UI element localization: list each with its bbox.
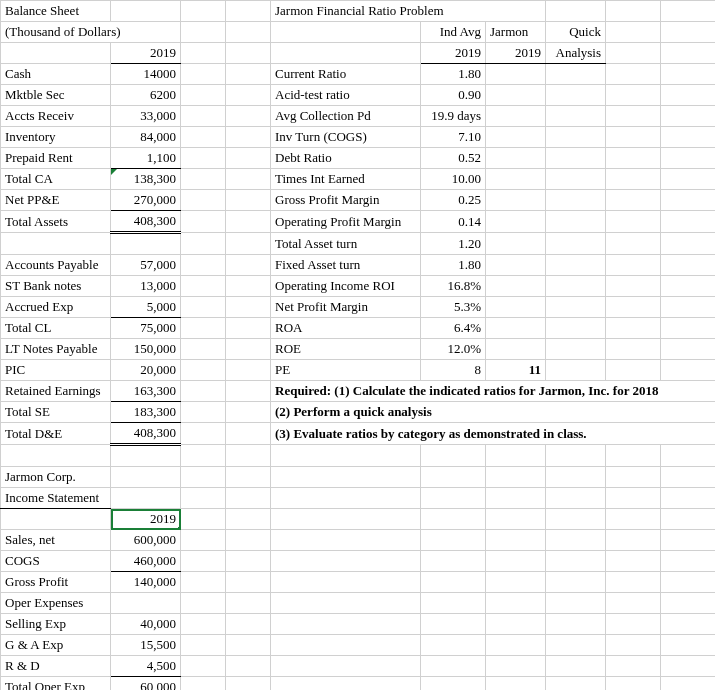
hdr-analysis: Analysis <box>546 43 606 64</box>
bs-year: 2019 <box>111 43 181 64</box>
row-val: 60,000 <box>111 677 181 691</box>
ratio-val: 1.80 <box>421 255 486 276</box>
req-2: (2) Perform a quick analysis <box>271 402 716 423</box>
ratio-label: Operating Profit Margin <box>271 211 421 233</box>
row-label: Total Oper Exp <box>1 677 111 691</box>
row-label: Total SE <box>1 402 111 423</box>
is-year-selected-cell[interactable]: 2019 <box>111 509 181 530</box>
ratio-jarmon-pe: 11 <box>486 360 546 381</box>
row-val: 4,500 <box>111 656 181 677</box>
spreadsheet-grid[interactable]: Balance Sheet Jarmon Financial Ratio Pro… <box>0 0 715 690</box>
ratio-label: Operating Income ROI <box>271 276 421 297</box>
is-corp: Jarmon Corp. <box>1 467 111 488</box>
row-label: Accounts Payable <box>1 255 111 276</box>
ratio-label: Total Asset turn <box>271 233 421 255</box>
row-val: 600,000 <box>111 530 181 551</box>
row-label: Retained Earnings <box>1 381 111 402</box>
row-val: 14000 <box>111 64 181 85</box>
row-val: 270,000 <box>111 190 181 211</box>
ratio-label: Acid-test ratio <box>271 85 421 106</box>
row-label: PIC <box>1 360 111 381</box>
row-val: 138,300 <box>111 169 181 190</box>
ratio-val: 0.25 <box>421 190 486 211</box>
row-val: 140,000 <box>111 572 181 593</box>
row-label: Accts Receiv <box>1 106 111 127</box>
row-val: 163,300 <box>111 381 181 402</box>
ratio-label: Fixed Asset turn <box>271 255 421 276</box>
ratio-val: 7.10 <box>421 127 486 148</box>
ratio-label: Gross Profit Margin <box>271 190 421 211</box>
ratio-val: 5.3% <box>421 297 486 318</box>
row-label: COGS <box>1 551 111 572</box>
row-val: 13,000 <box>111 276 181 297</box>
ratio-label: Inv Turn (COGS) <box>271 127 421 148</box>
ratio-val: 1.80 <box>421 64 486 85</box>
ratio-label: Net Profit Margin <box>271 297 421 318</box>
ratio-val: 0.14 <box>421 211 486 233</box>
row-label: Mktble Sec <box>1 85 111 106</box>
ratio-val: 19.9 days <box>421 106 486 127</box>
row-val: 408,300 <box>111 211 181 233</box>
row-val: 20,000 <box>111 360 181 381</box>
row-label: Sales, net <box>1 530 111 551</box>
ratio-label: ROA <box>271 318 421 339</box>
req-1: Required: (1) Calculate the indicated ra… <box>271 381 716 402</box>
ratio-title: Jarmon Financial Ratio Problem <box>271 1 546 22</box>
row-label: Selling Exp <box>1 614 111 635</box>
is-title: Income Statement <box>1 488 111 509</box>
hdr-2019b: 2019 <box>486 43 546 64</box>
row-val: 84,000 <box>111 127 181 148</box>
row-label: Total CA <box>1 169 111 190</box>
row-val: 33,000 <box>111 106 181 127</box>
row-label: Total D&E <box>1 423 111 445</box>
ratio-val: 16.8% <box>421 276 486 297</box>
row-label: Gross Profit <box>1 572 111 593</box>
row-val: 408,300 <box>111 423 181 445</box>
ratio-val: 8 <box>421 360 486 381</box>
row-label: Total CL <box>1 318 111 339</box>
row-val: 1,100 <box>111 148 181 169</box>
row-label: Prepaid Rent <box>1 148 111 169</box>
row-val: 6200 <box>111 85 181 106</box>
ratio-label: PE <box>271 360 421 381</box>
ratio-val: 0.90 <box>421 85 486 106</box>
hdr-indavg: Ind Avg <box>421 22 486 43</box>
req-3: (3) Evaluate ratios by category as demon… <box>271 423 716 445</box>
row-label: Total Assets <box>1 211 111 233</box>
hdr-2019a: 2019 <box>421 43 486 64</box>
row-val: 15,500 <box>111 635 181 656</box>
row-val: 460,000 <box>111 551 181 572</box>
ratio-val: 12.0% <box>421 339 486 360</box>
row-val <box>111 593 181 614</box>
ratio-label: Avg Collection Pd <box>271 106 421 127</box>
row-label: Oper Expenses <box>1 593 111 614</box>
row-label: G & A Exp <box>1 635 111 656</box>
ratio-val: 0.52 <box>421 148 486 169</box>
hdr-quick: Quick <box>546 22 606 43</box>
ratio-label: ROE <box>271 339 421 360</box>
row-label: LT Notes Payable <box>1 339 111 360</box>
ratio-val: 10.00 <box>421 169 486 190</box>
ratio-label: Times Int Earned <box>271 169 421 190</box>
row-label: R & D <box>1 656 111 677</box>
row-label: ST Bank notes <box>1 276 111 297</box>
bs-title: Balance Sheet <box>1 1 111 22</box>
row-val: 75,000 <box>111 318 181 339</box>
row-label: Inventory <box>1 127 111 148</box>
ratio-label: Current Ratio <box>271 64 421 85</box>
ratio-label: Debt Ratio <box>271 148 421 169</box>
bs-subtitle: (Thousand of Dollars) <box>1 22 181 43</box>
hdr-jarmon: Jarmon <box>486 22 546 43</box>
row-val: 40,000 <box>111 614 181 635</box>
row-val: 150,000 <box>111 339 181 360</box>
row-val: 183,300 <box>111 402 181 423</box>
row-label: Net PP&E <box>1 190 111 211</box>
ratio-val: 1.20 <box>421 233 486 255</box>
row-val: 57,000 <box>111 255 181 276</box>
row-val: 5,000 <box>111 297 181 318</box>
row-label: Cash <box>1 64 111 85</box>
ratio-val: 6.4% <box>421 318 486 339</box>
row-label: Accrued Exp <box>1 297 111 318</box>
